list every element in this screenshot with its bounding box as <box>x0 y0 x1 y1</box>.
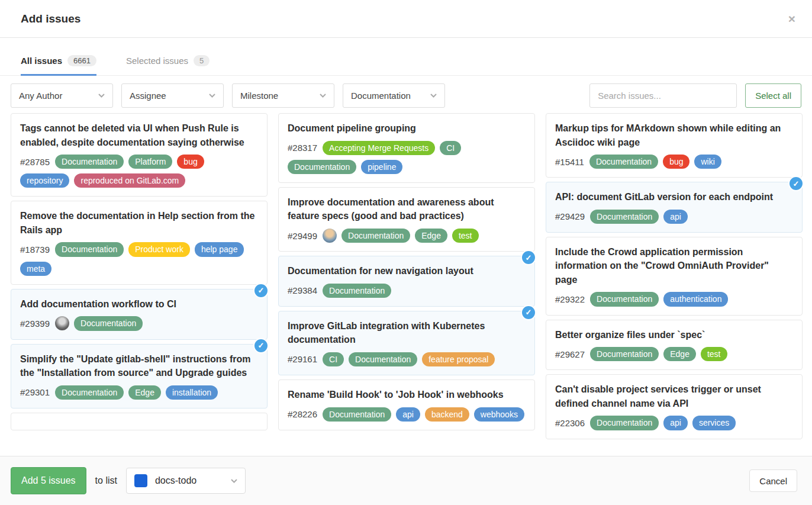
issue-label: CI <box>323 352 344 366</box>
issue-meta: #29399Documentation <box>20 316 258 330</box>
issue-label: meta <box>20 262 51 276</box>
issue-label: reproduced on GitLab.com <box>74 173 185 188</box>
issue-card[interactable]: Remove the documentation in Help section… <box>11 201 268 284</box>
issue-number: #29399 <box>20 319 50 329</box>
issue-label: repository <box>20 173 69 188</box>
issue-label: backend <box>425 407 469 422</box>
issue-label: Documentation <box>55 242 124 256</box>
selected-check-icon: ✓ <box>253 283 269 298</box>
issue-card[interactable]: ✓Add documentation workflow to CI#29399D… <box>11 289 268 340</box>
issue-number: #29161 <box>288 354 317 364</box>
close-icon[interactable]: × <box>788 12 795 25</box>
issue-label: authentication <box>663 292 728 306</box>
author-filter-dropdown[interactable]: Any Author <box>11 83 113 108</box>
tab-selected-issues-count: 5 <box>194 55 210 66</box>
issue-label: Documentation <box>349 352 417 366</box>
assignee-filter-value: Assignee <box>130 91 166 101</box>
issue-label: bug <box>177 155 204 169</box>
issue-card[interactable]: Document pipeline grouping#28317Acceptin… <box>278 113 535 183</box>
milestone-filter-value: Milestone <box>240 91 278 101</box>
issue-card[interactable]: ✓Documentation for new navigation layout… <box>278 256 535 307</box>
issue-card[interactable]: ✓API: document GitLab version for each e… <box>546 182 803 233</box>
issue-label: Accepting Merge Requests <box>323 141 435 155</box>
target-list-dropdown[interactable]: docs-todo <box>126 468 246 494</box>
issue-label: test <box>452 229 479 243</box>
board-column: Tags cannot be deleted via UI when Push … <box>11 113 268 443</box>
issue-title: Improve GitLab integration with Kubernet… <box>288 319 526 347</box>
issue-label: Platform <box>128 155 172 169</box>
tab-selected-issues-label: Selected issues <box>126 56 188 66</box>
issue-card-partial[interactable] <box>11 413 268 430</box>
filter-bar: Any Author Assignee Milestone Documentat… <box>0 76 812 108</box>
issue-label: Documentation <box>323 284 391 298</box>
issue-label: Documentation <box>590 347 659 361</box>
issue-label: test <box>701 347 727 361</box>
issue-card[interactable]: Improve documentation and awareness abou… <box>278 187 535 252</box>
selected-check-icon: ✓ <box>788 176 804 191</box>
issue-meta: #18739DocumentationProduct workhelp page… <box>20 242 258 275</box>
selected-check-icon: ✓ <box>253 338 269 353</box>
issue-number: #18739 <box>20 245 50 255</box>
issue-card[interactable]: ✓Simplify the "Update gitlab-shell" inst… <box>11 344 268 408</box>
issue-meta: #29161CIDocumentationfeature proposal <box>288 352 526 366</box>
issue-label: help page <box>195 242 244 256</box>
modal-title: Add issues <box>21 12 80 25</box>
issue-card[interactable]: Tags cannot be deleted via UI when Push … <box>11 113 268 197</box>
issue-meta: #29499DocumentationEdgetest <box>288 229 526 243</box>
issue-card[interactable]: Markup tips for MArkdown shown while edi… <box>546 113 803 178</box>
issue-card[interactable]: Include the Crowd application permission… <box>546 237 803 316</box>
issue-number: #29429 <box>555 211 585 221</box>
issue-number: #29322 <box>555 294 585 304</box>
list-color-swatch <box>134 474 147 487</box>
search-input[interactable] <box>589 83 737 108</box>
issue-title: Markup tips for MArkdown shown while edi… <box>555 121 793 149</box>
issue-title: Better organize files under `spec` <box>555 328 793 342</box>
tab-all-issues[interactable]: All issues 6661 <box>21 55 96 76</box>
issue-label: wiki <box>694 155 721 169</box>
issue-title: Documentation for new navigation layout <box>288 264 526 278</box>
milestone-filter-dropdown[interactable]: Milestone <box>232 83 334 108</box>
issue-meta: #29322Documentationauthentication <box>555 292 793 306</box>
issue-number: #28785 <box>20 157 50 167</box>
issue-label: installation <box>166 385 218 400</box>
issue-meta: #29627DocumentationEdgetest <box>555 347 793 361</box>
issue-card[interactable]: Rename 'Build Hook' to 'Job Hook' in web… <box>278 379 535 430</box>
issue-number: #28317 <box>288 143 317 153</box>
issue-meta: #29429Documentationapi <box>555 210 793 224</box>
issue-title: Tags cannot be deleted via UI when Push … <box>20 121 258 149</box>
assignee-filter-dropdown[interactable]: Assignee <box>121 83 224 108</box>
issue-card[interactable]: Better organize files under `spec`#29627… <box>546 320 803 371</box>
issue-number: #22306 <box>555 418 585 428</box>
issue-label: api <box>396 407 420 422</box>
issue-title: API: document GitLab version for each en… <box>555 190 793 204</box>
issue-label: Documentation <box>590 416 659 430</box>
chevron-down-icon <box>430 94 437 98</box>
chevron-down-icon <box>98 94 105 98</box>
chevron-down-icon <box>231 479 237 483</box>
board-column: Document pipeline grouping#28317Acceptin… <box>278 113 535 443</box>
issue-label: Documentation <box>341 229 410 243</box>
issue-meta: #28226Documentationapibackendwebhooks <box>288 407 526 422</box>
tab-selected-issues[interactable]: Selected issues 5 <box>126 55 210 76</box>
selected-check-icon: ✓ <box>521 305 536 320</box>
cancel-button[interactable]: Cancel <box>749 469 797 492</box>
issue-label: Documentation <box>288 160 356 174</box>
target-list-value: docs-todo <box>155 475 223 486</box>
author-filter-value: Any Author <box>19 91 62 101</box>
issue-card[interactable]: Can't disable project services trigger o… <box>546 374 803 439</box>
issue-title: Remove the documentation in Help section… <box>20 209 258 237</box>
issue-title: Add documentation workflow to CI <box>20 297 258 311</box>
chevron-down-icon <box>320 94 326 98</box>
issue-number: #29301 <box>20 387 50 397</box>
assignee-avatar <box>55 316 69 330</box>
add-issues-button[interactable]: Add 5 issues <box>11 467 86 494</box>
chevron-down-icon <box>209 94 215 98</box>
to-list-label: to list <box>95 475 117 486</box>
issue-title: Document pipeline grouping <box>288 121 526 136</box>
select-all-button[interactable]: Select all <box>745 83 801 108</box>
assignee-avatar <box>323 229 337 243</box>
issue-card[interactable]: ✓Improve GitLab integration with Kuberne… <box>278 311 535 375</box>
label-filter-dropdown[interactable]: Documentation <box>343 83 445 108</box>
issue-title: Simplify the "Update gitlab-shell" instr… <box>20 352 258 380</box>
issue-label: feature proposal <box>422 352 495 366</box>
